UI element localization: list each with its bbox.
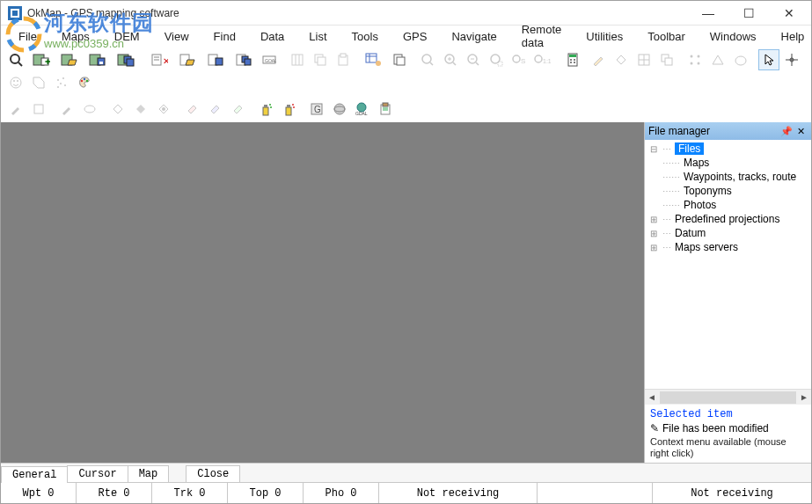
- pointer-icon[interactable]: [758, 49, 779, 70]
- menu-navigate[interactable]: Navigate: [439, 28, 508, 45]
- svg-rect-14: [127, 59, 134, 66]
- globe-gray-icon[interactable]: [329, 99, 350, 120]
- tab-cursor[interactable]: Cursor: [67, 465, 128, 482]
- scroll-left-icon[interactable]: ◄: [645, 392, 659, 402]
- svg-text:GOALS: GOALS: [265, 58, 276, 63]
- map-new-icon[interactable]: ✚: [28, 49, 55, 70]
- menu-help[interactable]: Help: [769, 28, 812, 45]
- spray2-icon[interactable]: [278, 99, 299, 120]
- diamond-disabled-icon: [611, 49, 632, 70]
- expand-icon[interactable]: ⊞: [645, 243, 662, 252]
- gdal-icon[interactable]: GDAL: [352, 99, 373, 120]
- svg-rect-27: [292, 55, 303, 65]
- svg-point-75: [13, 80, 15, 82]
- svg-rect-33: [340, 54, 346, 57]
- maximize-button[interactable]: ☐: [728, 1, 769, 26]
- workspace: File manager 📌 ✕ ⊟⋯Files ⋯⋯Maps ⋯⋯Waypoi…: [1, 122, 811, 463]
- tree-node-waypoints[interactable]: Waypoints, tracks, route: [684, 171, 796, 183]
- clipboard-icon[interactable]: [375, 99, 396, 120]
- pencil-disabled-icon: [588, 49, 609, 70]
- diamond-fill-disabled-icon: [130, 99, 151, 120]
- svg-rect-31: [318, 57, 326, 65]
- tab-general[interactable]: General: [1, 466, 68, 483]
- menu-tools[interactable]: Tools: [340, 28, 391, 45]
- svg-point-74: [11, 77, 21, 88]
- tag-disabled-icon: [28, 72, 49, 93]
- status-recv1: Not receiving: [379, 483, 538, 503]
- collapse-icon[interactable]: ⊟: [645, 144, 662, 154]
- pin-icon[interactable]: 📌: [779, 126, 794, 137]
- menu-find[interactable]: Find: [201, 28, 248, 45]
- tab-map[interactable]: Map: [128, 465, 170, 482]
- svg-point-70: [735, 56, 746, 65]
- map-canvas[interactable]: [1, 122, 644, 463]
- tree-node-photos[interactable]: Photos: [684, 199, 716, 211]
- tree-node-maps[interactable]: Maps: [684, 157, 709, 169]
- goals-icon[interactable]: GOALS: [259, 49, 280, 70]
- scroll-thumb[interactable]: [660, 391, 796, 404]
- find-icon[interactable]: [5, 49, 26, 70]
- copy-paste-icon[interactable]: [389, 49, 410, 70]
- svg-rect-21: [216, 58, 223, 65]
- scatter-disabled-icon: [51, 72, 72, 93]
- svg-point-94: [292, 104, 294, 106]
- menu-list[interactable]: List: [296, 28, 339, 45]
- menu-view[interactable]: View: [152, 28, 201, 45]
- data-cross-icon[interactable]: ✕: [146, 49, 172, 70]
- menu-gps[interactable]: GPS: [391, 28, 439, 45]
- triangle-disabled-icon: [707, 49, 728, 70]
- map-open-icon[interactable]: [56, 49, 83, 70]
- spray-icon[interactable]: [255, 99, 276, 120]
- menu-file[interactable]: File: [6, 28, 49, 45]
- data-open-icon[interactable]: [174, 49, 201, 70]
- status-trk: Trk 0: [152, 483, 228, 503]
- calc-icon[interactable]: [560, 49, 586, 70]
- svg-point-87: [162, 107, 165, 111]
- menu-maps[interactable]: Maps: [49, 28, 102, 45]
- data-saveall-icon[interactable]: [230, 49, 257, 70]
- svg-rect-56: [569, 55, 576, 57]
- crosshair-icon[interactable]: [781, 49, 802, 70]
- tab-close[interactable]: Close: [186, 465, 240, 482]
- status-gap: [538, 483, 653, 503]
- tree-node-files[interactable]: Files: [675, 142, 704, 155]
- tree-node-toponyms[interactable]: Toponyms: [684, 185, 732, 197]
- toolbar-row-2: G GDAL: [1, 96, 811, 122]
- map-saveall-icon[interactable]: [113, 49, 139, 70]
- file-tree[interactable]: ⊟⋯Files ⋯⋯Maps ⋯⋯Waypoints, tracks, rout…: [645, 140, 811, 389]
- menu-data[interactable]: Data: [248, 28, 296, 45]
- menu-dem[interactable]: DEM: [102, 28, 152, 45]
- file-manager-panel: File manager 📌 ✕ ⊟⋯Files ⋯⋯Maps ⋯⋯Waypoi…: [644, 122, 811, 463]
- svg-line-41: [430, 62, 433, 65]
- tree-scrollbar[interactable]: ◄ ►: [645, 389, 811, 405]
- menu-utilities[interactable]: Utilities: [574, 28, 635, 45]
- tree-node-datum[interactable]: Datum: [675, 227, 706, 239]
- menu-toolbar[interactable]: Toolbar: [635, 28, 698, 45]
- map-save-icon[interactable]: [84, 49, 111, 70]
- g-box-icon[interactable]: G: [306, 99, 327, 120]
- scroll-right-icon[interactable]: ►: [797, 392, 811, 402]
- tree-node-projections[interactable]: Predefined projections: [675, 213, 779, 225]
- expand-icon[interactable]: ⊞: [645, 215, 662, 224]
- panel-close-icon[interactable]: ✕: [794, 126, 808, 137]
- palette-icon[interactable]: [74, 72, 95, 93]
- svg-point-83: [84, 78, 85, 80]
- close-button[interactable]: ✕: [769, 1, 809, 26]
- table-hand-icon[interactable]: [361, 49, 387, 70]
- panel-title-bar[interactable]: File manager 📌 ✕: [645, 122, 811, 140]
- svg-text:GDAL: GDAL: [355, 111, 368, 116]
- data-save-icon[interactable]: [202, 49, 229, 70]
- selected-item-panel: Selected item ✎File has been modified Co…: [645, 405, 811, 463]
- menu-windows[interactable]: Windows: [698, 28, 769, 45]
- zoom-sel-disabled-icon: [486, 49, 507, 70]
- tree-node-mapservers[interactable]: Maps servers: [675, 241, 738, 253]
- brush2-disabled-icon: [56, 99, 77, 120]
- svg-text:1:1: 1:1: [543, 58, 551, 64]
- copy2-disabled-icon: [656, 49, 677, 70]
- expand-icon[interactable]: ⊞: [645, 229, 662, 238]
- svg-point-67: [698, 55, 700, 58]
- svg-point-69: [698, 62, 700, 65]
- minimize-button[interactable]: —: [688, 1, 728, 26]
- svg-point-60: [574, 62, 575, 63]
- svg-rect-65: [665, 58, 672, 65]
